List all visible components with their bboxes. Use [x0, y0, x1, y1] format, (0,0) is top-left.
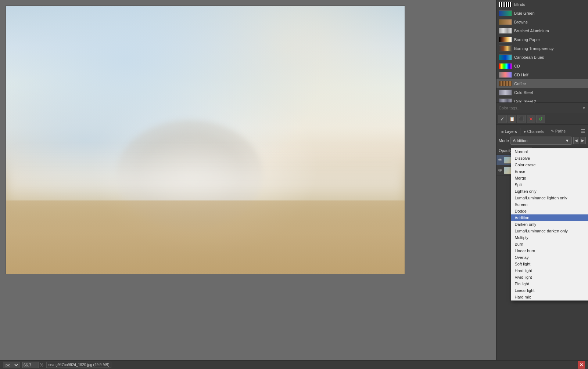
zoom-display: % [22, 362, 43, 368]
color-tags-arrow-icon: ▼ [582, 106, 586, 110]
checkmark-icon: ✓ [500, 116, 505, 122]
color-tags-input[interactable] [499, 106, 582, 110]
blend-mode-erase[interactable]: Erase [511, 168, 588, 175]
blend-mode-overlay[interactable]: Overlay [511, 254, 588, 261]
mode-dropdown[interactable]: Addition ▼ NormalDissolveColor eraseEras… [510, 137, 572, 145]
zoom-unit: % [40, 363, 43, 367]
mode-next-button[interactable]: ▶ [580, 137, 586, 144]
paths-tab-label: Paths [555, 129, 566, 133]
blend-mode-burn[interactable]: Burn [511, 241, 588, 247]
status-bar: pxmmcmin % sea-g947ba992d_1920.jpg (49,9… [0, 360, 588, 369]
blend-mode-linear-light[interactable]: Linear light [511, 287, 588, 294]
layer-eye-1[interactable]: 👁 [498, 168, 502, 173]
blend-mode-luma-darken[interactable]: Luma/Luminance darken only [511, 228, 588, 234]
gradient-item-cd[interactable]: CD [496, 62, 588, 70]
tab-paths[interactable]: ✎ Paths [548, 127, 569, 135]
gradient-item-cold-steel2[interactable]: Cold Steel 2 [496, 97, 588, 103]
gradient-label-cd-half: CD Half [514, 73, 528, 77]
tab-layers[interactable]: ≡ Layers [498, 128, 520, 135]
unit-selector: pxmmcmin [3, 362, 19, 368]
blend-mode-hard-light[interactable]: Hard light [511, 267, 588, 274]
gradient-label-burning-paper: Burning Paper [514, 37, 540, 42]
unit-dropdown[interactable]: pxmmcmin [3, 362, 19, 368]
blend-mode-merge[interactable]: Merge [511, 175, 588, 181]
gradient-item-burning-trans[interactable]: Burning Transparency [496, 44, 588, 53]
gradient-label-blue-green: Blue Green [514, 11, 535, 15]
blend-mode-addition[interactable]: Addition [511, 214, 588, 221]
channels-tab-label: Channels [527, 129, 544, 134]
gradient-preview-brushed-al [499, 28, 512, 34]
refresh-button[interactable]: ↺ [536, 115, 545, 123]
gradient-item-burning-paper[interactable]: Burning Paper [496, 35, 588, 44]
gradient-preview-blinds [499, 1, 512, 7]
layer-eye-0[interactable]: 👁 [498, 158, 502, 163]
file-info-area: sea-g947ba992d_1920.jpg (49,9 MB) [46, 362, 112, 368]
gradient-item-cd-half[interactable]: CD Half [496, 70, 588, 79]
blend-mode-luma-lighten[interactable]: Luma/Luminance lighten only [511, 195, 588, 201]
gradient-preview-cold-steel [499, 90, 512, 95]
paths-tab-icon: ✎ [551, 129, 555, 133]
file-entry-1[interactable]: sea-g947ba992d_1920.jpg (49,9 MB) [46, 362, 112, 368]
panel-menu-button[interactable]: ☰ [579, 127, 587, 135]
blend-mode-dodge[interactable]: Dodge [511, 208, 588, 214]
blend-mode-multiply[interactable]: Multiply [511, 234, 588, 241]
canvas-container [6, 6, 405, 274]
blend-mode-dissolve[interactable]: Dissolve [511, 155, 588, 162]
delete-icon: ✕ [529, 116, 533, 122]
gradient-label-coffee: Coffee [514, 82, 526, 86]
channels-tab-icon: ● [524, 129, 527, 134]
channels-icon: ⬛ [519, 116, 524, 121]
document-icon: 📋 [509, 116, 515, 122]
blend-mode-soft-light[interactable]: Soft light [511, 261, 588, 267]
layers-tab-label: Layers [505, 129, 517, 134]
tab-channels[interactable]: ● Channels [520, 128, 548, 135]
gradient-label-brushed-al: Brushed Aluminium [514, 29, 549, 33]
gradient-item-coffee[interactable]: Coffee [496, 79, 588, 88]
gradient-label-cd: CD [514, 64, 520, 68]
gradient-item-caribbean[interactable]: Caribbean Blues [496, 53, 588, 62]
gradient-label-cold-steel: Cold Steel [514, 90, 533, 95]
blend-mode-color-erase[interactable]: Color erase [511, 162, 588, 168]
gradient-label-burning-trans: Burning Transparency [514, 46, 554, 51]
gradient-preview-coffee [499, 81, 512, 87]
mode-current-value: Addition [513, 138, 528, 143]
toolbar-row: ✓ 📋 ⬛ ✕ ↺ [496, 113, 588, 125]
gradient-preview-browns [499, 19, 512, 25]
blend-mode-screen[interactable]: Screen [511, 201, 588, 208]
blend-mode-normal[interactable]: Normal [511, 148, 588, 155]
main-area: BlindsBlue GreenBrownsBrushed AluminiumB… [0, 0, 588, 360]
blend-mode-vivid-light[interactable]: Vivid light [511, 274, 588, 281]
layers-tabs: ≡ Layers ● Channels ✎ Paths ☰ [496, 125, 588, 135]
blend-mode-linear-burn[interactable]: Linear burn [511, 247, 588, 254]
right-panel: BlindsBlue GreenBrownsBrushed AluminiumB… [496, 0, 588, 360]
mode-label: Mode [499, 138, 509, 143]
blend-mode-darken-only[interactable]: Darken only [511, 221, 588, 228]
document-button[interactable]: 📋 [508, 115, 516, 123]
mode-arrows: ◀ ▶ [573, 137, 586, 144]
gradient-preview-cd [499, 63, 512, 69]
blend-mode-lighten-only[interactable]: Lighten only [511, 188, 588, 195]
color-tags-area: ▼ [496, 103, 588, 113]
gradient-item-cold-steel[interactable]: Cold Steel [496, 88, 588, 97]
gradient-item-blinds[interactable]: Blinds [496, 0, 588, 9]
refresh-icon: ↺ [538, 116, 543, 122]
blend-mode-popup: NormalDissolveColor eraseEraseMergeSplit… [511, 148, 588, 301]
blend-mode-pin-light[interactable]: Pin light [511, 281, 588, 287]
mode-prev-button[interactable]: ◀ [573, 137, 579, 144]
blend-mode-hard-mix[interactable]: Hard mix [511, 294, 588, 300]
gradient-item-blue-green[interactable]: Blue Green [496, 9, 588, 18]
zoom-input[interactable] [22, 362, 39, 368]
delete-button[interactable]: ✕ [527, 115, 535, 123]
gradient-preview-burning-trans [499, 46, 512, 51]
checkmark-button[interactable]: ✓ [498, 115, 507, 123]
right-panel-inner: BlindsBlue GreenBrownsBrushed AluminiumB… [496, 0, 588, 360]
channels-button[interactable]: ⬛ [517, 115, 526, 123]
close-button-bottom[interactable]: ✕ [578, 361, 585, 369]
mode-dropdown-arrow-icon: ▼ [565, 138, 569, 143]
gradient-item-browns[interactable]: Browns [496, 18, 588, 26]
scene-floor [6, 200, 405, 274]
gradients-list: BlindsBlue GreenBrownsBrushed AluminiumB… [496, 0, 588, 103]
blend-mode-split[interactable]: Split [511, 181, 588, 188]
gradient-item-brushed-al[interactable]: Brushed Aluminium [496, 26, 588, 35]
gradient-preview-blue-green [499, 10, 512, 16]
